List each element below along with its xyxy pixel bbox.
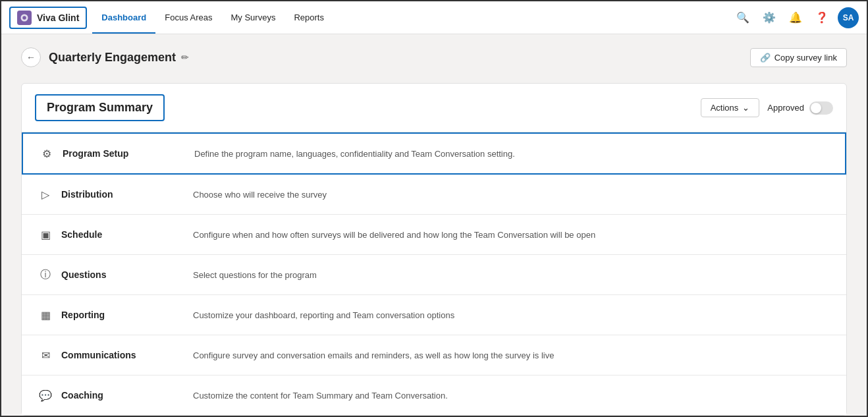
- menu-item-description: Choose who will receive the survey: [193, 190, 327, 200]
- brand-logo-area[interactable]: Viva Glint: [9, 7, 87, 29]
- menu-item-label: Program Setup: [63, 148, 168, 159]
- summary-title: Program Summary: [35, 94, 165, 121]
- menu-item-label: Distribution: [61, 189, 167, 200]
- menu-item-label: Schedule: [61, 229, 167, 240]
- menu-item-description: Configure when and how often surveys wil…: [193, 230, 595, 240]
- svg-point-2: [22, 16, 26, 20]
- schedule-icon: ▣: [38, 227, 53, 242]
- menu-item-schedule[interactable]: ▣ Schedule Configure when and how often …: [22, 215, 846, 255]
- distribution-icon: ▷: [38, 186, 53, 202]
- menu-item-description: Customize the content for Team Summary a…: [193, 391, 448, 401]
- menu-item-description: Customize your dashboard, reporting and …: [193, 310, 454, 320]
- program-setup-icon: ⚙: [39, 146, 55, 161]
- back-button[interactable]: ←: [21, 47, 41, 67]
- menu-item-label: Communications: [61, 350, 167, 360]
- reporting-icon: ▦: [38, 307, 53, 323]
- toggle-knob: [811, 103, 821, 113]
- menu-item-description: Define the program name, languages, conf…: [194, 149, 515, 159]
- nav-link-my-surveys[interactable]: My Surveys: [222, 1, 285, 34]
- actions-button[interactable]: Actions ⌄: [701, 98, 760, 117]
- menu-item-distribution[interactable]: ▷ Distribution Choose who will receive t…: [22, 175, 846, 215]
- menu-item-description: Configure survey and conversation emails…: [193, 350, 554, 360]
- approved-toggle[interactable]: [809, 101, 833, 115]
- communications-icon: ✉: [38, 347, 53, 363]
- user-avatar[interactable]: SA: [838, 7, 859, 28]
- menu-item-questions[interactable]: ⓘ Questions Select questions for the pro…: [22, 255, 846, 295]
- coaching-icon: 💬: [38, 387, 53, 403]
- questions-icon: ⓘ: [38, 267, 53, 283]
- nav-link-focus-areas[interactable]: Focus Areas: [155, 1, 221, 34]
- program-menu-list: ⚙ Program Setup Define the program name,…: [22, 132, 846, 415]
- page-title: Quarterly Engagement: [49, 51, 176, 65]
- link-icon: 🔗: [760, 53, 771, 63]
- edit-icon[interactable]: ✏: [181, 52, 189, 63]
- settings-icon[interactable]: ⚙️: [759, 7, 780, 28]
- menu-item-description: Select questions for the program: [193, 270, 317, 280]
- menu-item-label: Questions: [61, 269, 167, 280]
- nav-links: Dashboard Focus Areas My Surveys Reports: [92, 1, 333, 34]
- summary-header: Program Summary Actions ⌄ Approved: [22, 84, 846, 132]
- page-header: ← Quarterly Engagement ✏ 🔗 Copy survey l…: [21, 47, 847, 67]
- menu-item-coaching[interactable]: 💬 Coaching Customize the content for Tea…: [22, 375, 846, 415]
- top-navigation: Viva Glint Dashboard Focus Areas My Surv…: [1, 1, 867, 34]
- nav-link-dashboard[interactable]: Dashboard: [92, 1, 155, 34]
- menu-item-program-setup[interactable]: ⚙ Program Setup Define the program name,…: [22, 132, 846, 175]
- approved-toggle-area: Approved: [767, 101, 833, 115]
- menu-item-reporting[interactable]: ▦ Reporting Customize your dashboard, re…: [22, 295, 846, 335]
- menu-item-label: Coaching: [61, 390, 167, 401]
- menu-item-label: Reporting: [61, 310, 167, 320]
- copy-survey-link-button[interactable]: 🔗 Copy survey link: [750, 48, 847, 67]
- summary-controls: Actions ⌄ Approved: [701, 98, 833, 117]
- header-actions: 🔗 Copy survey link: [750, 48, 847, 67]
- nav-link-reports[interactable]: Reports: [285, 1, 333, 34]
- search-icon[interactable]: 🔍: [732, 7, 753, 28]
- notifications-icon[interactable]: 🔔: [785, 7, 806, 28]
- chevron-down-icon: ⌄: [742, 103, 749, 113]
- content-area: ← Quarterly Engagement ✏ 🔗 Copy survey l…: [1, 34, 867, 417]
- menu-item-communications[interactable]: ✉ Communications Configure survey and co…: [22, 335, 846, 375]
- help-icon[interactable]: ❓: [811, 7, 832, 28]
- program-summary-section: Program Summary Actions ⌄ Approved ⚙ Pro…: [21, 83, 847, 416]
- brand-name: Viva Glint: [37, 13, 79, 23]
- nav-right-icons: 🔍 ⚙️ 🔔 ❓ SA: [732, 7, 859, 28]
